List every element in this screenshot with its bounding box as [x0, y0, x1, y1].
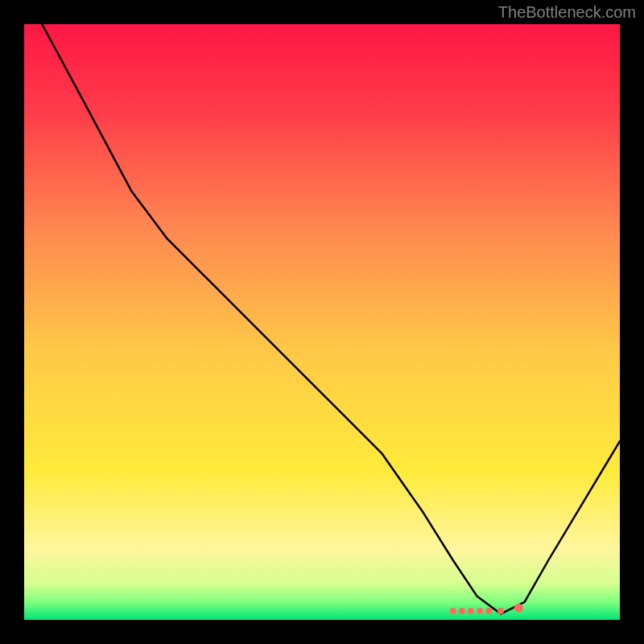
chart-svg	[24, 24, 620, 620]
data-marker	[514, 604, 523, 613]
data-marker	[450, 608, 456, 614]
gradient-background	[24, 24, 620, 620]
data-marker	[485, 608, 492, 614]
data-marker	[477, 608, 483, 614]
chart-container: TheBottleneck.com	[0, 0, 644, 644]
watermark-text: TheBottleneck.com	[498, 3, 636, 22]
data-marker	[459, 608, 465, 614]
data-marker	[468, 608, 474, 614]
plot-area	[24, 24, 620, 620]
data-marker	[497, 608, 504, 614]
